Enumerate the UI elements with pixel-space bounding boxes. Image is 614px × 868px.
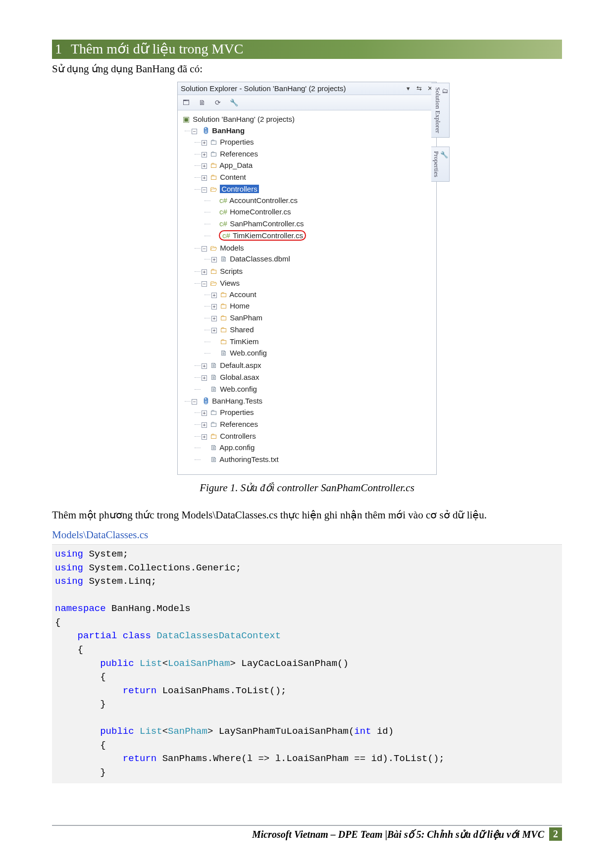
tree-node[interactable]: +🗀 Content bbox=[202, 171, 434, 183]
properties-tab-icon: 🔧 bbox=[440, 151, 448, 159]
tree-node-models[interactable]: −🗁 Models +🗎 DataClasses.dbml bbox=[202, 242, 434, 266]
tree-label: Content bbox=[220, 173, 246, 181]
tree-label: Home bbox=[230, 302, 250, 310]
solution-explorer-panel: Solution Explorer - Solution 'BanHang' (… bbox=[177, 82, 437, 475]
tree-node-file[interactable]: c# AccountController.cs bbox=[211, 195, 434, 206]
expand-icon[interactable]: + bbox=[202, 363, 207, 369]
show-all-icon[interactable]: 🗎 bbox=[197, 97, 207, 108]
collapse-icon[interactable]: − bbox=[202, 246, 207, 252]
folder-open-icon: 🗁 bbox=[209, 278, 218, 289]
tree-label: TimKiemController.cs bbox=[233, 231, 303, 240]
explorer-toolbar: 🗔 🗎 ⟳ 🔧 bbox=[178, 95, 436, 110]
tree-node-file[interactable]: 🗎 Web.config bbox=[211, 347, 434, 359]
tree-label: Global.asax bbox=[220, 373, 259, 381]
tab-solution-explorer[interactable]: 🗂Solution Explorer bbox=[431, 83, 450, 138]
expand-icon[interactable]: + bbox=[202, 422, 207, 428]
tree-root[interactable]: ▣ Solution 'BanHang' (2 projects) − 🛢 Ba… bbox=[182, 113, 434, 466]
tree-node[interactable]: +🗀 Account bbox=[211, 289, 434, 301]
tree-node[interactable]: +🗀 SanPham bbox=[211, 312, 434, 324]
config-file-icon: 🗎 bbox=[209, 442, 218, 453]
footer-text: Microsoft Vietnam – DPE Team |Bài số 5: … bbox=[252, 828, 544, 840]
expand-icon[interactable]: + bbox=[202, 175, 207, 181]
tree-node-file[interactable]: +🗎 Default.aspx bbox=[202, 359, 434, 371]
explorer-header: Solution Explorer - Solution 'BanHang' (… bbox=[178, 82, 436, 95]
view-code-icon[interactable]: 🔧 bbox=[228, 97, 239, 108]
tree-node-file[interactable]: +🗎 DataClasses.dbml bbox=[211, 253, 434, 265]
tree-node-controllers[interactable]: −🗁 Controllers c# AccountController.cs c… bbox=[202, 183, 434, 242]
tree-label: Controllers bbox=[220, 432, 256, 440]
tab-properties[interactable]: 🔧Properties bbox=[431, 147, 450, 182]
folder-icon: 🗀 bbox=[209, 172, 218, 183]
config-file-icon: 🗎 bbox=[219, 348, 228, 358]
tree-node-views[interactable]: −🗁 Views +🗀 Account +🗀 Home +🗀 SanPham +… bbox=[202, 277, 434, 359]
tree-node[interactable]: +🗀 Properties bbox=[202, 407, 434, 418]
tree-label: AccountController.cs bbox=[229, 196, 298, 204]
collapse-icon[interactable]: − bbox=[202, 187, 207, 193]
tree-node[interactable]: +🗀 Scripts bbox=[202, 265, 434, 277]
asax-file-icon: 🗎 bbox=[209, 372, 218, 383]
tree-node[interactable]: +🗀 Properties bbox=[202, 136, 434, 148]
expand-icon[interactable]: + bbox=[211, 328, 217, 333]
code-snippet: using System; using System.Collections.G… bbox=[52, 544, 562, 783]
tree-label: References bbox=[220, 150, 258, 158]
solution-tree[interactable]: ▣ Solution 'BanHang' (2 projects) − 🛢 Ba… bbox=[178, 110, 436, 474]
dbml-file-icon: 🗎 bbox=[219, 254, 228, 264]
tree-node[interactable]: +🗀 Shared bbox=[211, 324, 434, 336]
properties-folder-icon: 🗀 bbox=[209, 137, 218, 148]
solution-icon: ▣ bbox=[182, 114, 191, 125]
tree-label: Solution 'BanHang' (2 projects) bbox=[193, 115, 295, 123]
tree-node[interactable]: +🗀 References bbox=[202, 148, 434, 160]
expand-icon[interactable]: + bbox=[211, 304, 217, 309]
expand-icon[interactable]: + bbox=[211, 257, 217, 262]
tree-node[interactable]: +🗀 App_Data bbox=[202, 159, 434, 171]
tree-label: App.config bbox=[219, 443, 255, 452]
tree-label: Models bbox=[220, 244, 244, 252]
refresh-icon[interactable]: ⟳ bbox=[212, 97, 223, 108]
expand-icon[interactable]: + bbox=[211, 293, 217, 298]
expand-icon[interactable]: + bbox=[202, 163, 207, 169]
tree-node-file[interactable]: c# HomeController.cs bbox=[211, 206, 434, 218]
tree-node[interactable]: 🗀 TimKiem bbox=[211, 336, 434, 348]
tree-label: SanPham bbox=[230, 313, 262, 322]
pin-icon[interactable]: ⇆ bbox=[415, 85, 422, 92]
expand-icon[interactable]: + bbox=[202, 375, 207, 381]
tree-node-project[interactable]: − 🛢 BanHang +🗀 Properties +🗀 References … bbox=[192, 125, 434, 395]
heading-title: Thêm mới dữ liệu trong MVC bbox=[71, 41, 243, 57]
expand-icon[interactable]: + bbox=[202, 410, 207, 416]
collapse-icon[interactable]: − bbox=[192, 129, 197, 134]
csharp-file-icon: c# bbox=[219, 195, 228, 206]
csharp-file-icon: c# bbox=[219, 206, 228, 217]
project-icon: 🛢 bbox=[201, 125, 210, 136]
tree-label: Properties bbox=[220, 408, 254, 416]
explorer-title: Solution Explorer - Solution 'BanHang' (… bbox=[181, 84, 346, 93]
tree-node[interactable]: +🗀 Home bbox=[211, 300, 434, 312]
tree-label: References bbox=[220, 420, 258, 428]
tree-node-project[interactable]: − 🛢 BanHang.Tests +🗀 Properties +🗀 Refer… bbox=[192, 395, 434, 466]
folder-open-icon: 🗁 bbox=[209, 243, 218, 254]
folder-open-icon: 🗁 bbox=[209, 184, 218, 195]
tree-node[interactable]: +🗀 Controllers bbox=[202, 430, 434, 442]
tree-label: BanHang.Tests bbox=[212, 397, 262, 405]
tree-node[interactable]: +🗀 References bbox=[202, 418, 434, 430]
intro-paragraph: Sử dụng ứng dụng BanHang đã có: bbox=[52, 62, 562, 76]
expand-icon[interactable]: + bbox=[202, 269, 207, 275]
expand-icon[interactable]: + bbox=[202, 434, 207, 440]
text-file-icon: 🗎 bbox=[209, 454, 218, 465]
tree-node-file[interactable]: 🗎 App.config bbox=[202, 442, 434, 454]
tree-node-file[interactable]: 🗎 AuthoringTests.txt bbox=[202, 454, 434, 465]
tree-label: BanHang bbox=[212, 126, 245, 135]
dropdown-icon[interactable]: ▾ bbox=[405, 85, 411, 92]
expand-icon[interactable]: + bbox=[211, 316, 217, 321]
tree-node-file[interactable]: 🗎 Web.config bbox=[202, 383, 434, 395]
tree-label: SanPhamController.cs bbox=[230, 219, 304, 228]
tree-node-file-highlighted[interactable]: c# TimKiemController.cs bbox=[211, 230, 434, 242]
tree-node-file[interactable]: c# SanPhamController.cs bbox=[211, 218, 434, 230]
collapse-icon[interactable]: − bbox=[192, 399, 197, 405]
properties-icon[interactable]: 🗔 bbox=[181, 97, 192, 108]
tree-node-file[interactable]: +🗎 Global.asax bbox=[202, 371, 434, 383]
collapse-icon[interactable]: − bbox=[202, 281, 207, 287]
folder-icon: 🗀 bbox=[219, 336, 228, 347]
folder-icon: 🗀 bbox=[219, 289, 228, 300]
expand-icon[interactable]: + bbox=[202, 152, 207, 157]
expand-icon[interactable]: + bbox=[202, 140, 207, 146]
